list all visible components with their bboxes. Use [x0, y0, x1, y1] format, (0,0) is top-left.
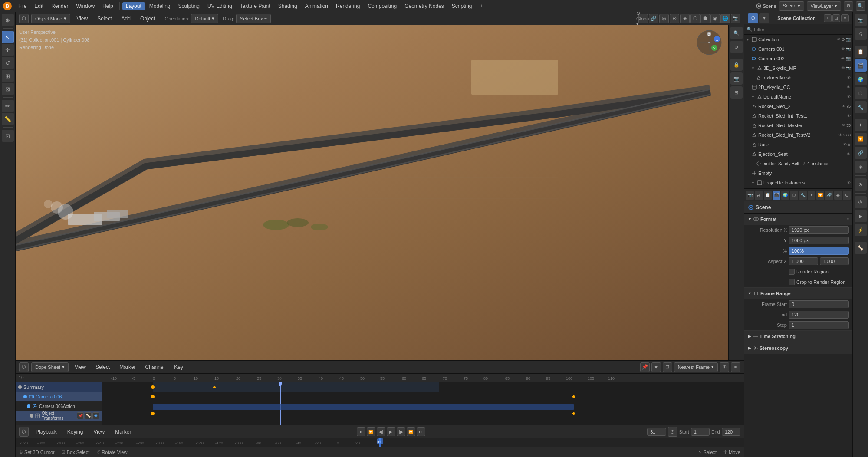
material-tab[interactable]: ⊙ [843, 191, 851, 200]
dopesheet-pin-btn[interactable]: 📌 [640, 362, 650, 372]
outliner-item-collection[interactable]: ▼ Collection 👁 ⊙ 📷 [744, 35, 852, 44]
select-box-dropdown[interactable]: Select Box ~ [236, 14, 271, 23]
workspace-texture-paint[interactable]: Texture Paint [237, 2, 274, 10]
viewport-object-menu[interactable]: Object [137, 15, 159, 23]
crop-check[interactable] [789, 279, 795, 285]
narrow-scene-icon[interactable]: 🎬 [855, 59, 867, 72]
wireframe-btn[interactable]: ⬡ [690, 14, 700, 23]
workspace-layout[interactable]: Layout [122, 2, 145, 10]
outliner-item-rockettest1[interactable]: Rocket_Sled_Int_Test1 👁 [744, 111, 852, 121]
workspace-modeling[interactable]: Modeling [146, 2, 174, 10]
texturedmesh-eye[interactable]: 👁 [847, 76, 851, 80]
dopesheet-select-menu[interactable]: Select [92, 363, 113, 371]
scale-tool[interactable]: ⊞ [2, 70, 14, 82]
channel-pin-btn[interactable]: 📌 [77, 412, 84, 419]
resolution-pct-value[interactable]: 100% [789, 247, 849, 255]
playback-view-menu[interactable]: View [90, 428, 108, 436]
2dskydio-eye[interactable]: 👁 [847, 85, 851, 89]
narrow-world-icon[interactable]: 🌍 [855, 73, 867, 85]
measure-tool[interactable]: 📏 [2, 113, 14, 125]
render-region-checkbox[interactable]: Render Region [789, 269, 829, 275]
outliner-item-rocketmaster[interactable]: Rocket_Sled_Master 👁 35 [744, 121, 852, 130]
collection-eye-icon[interactable]: 👁 [837, 37, 841, 42]
camera-view-btn[interactable]: 📷 [731, 14, 740, 23]
dopesheet-snap-btn[interactable]: ⊕ [720, 362, 729, 372]
constraints-tab[interactable]: 🔗 [825, 191, 833, 200]
narrow-output-icon[interactable]: 🖨 [855, 28, 867, 40]
view-layer-tab[interactable]: 📋 [764, 191, 772, 200]
workspace-rendering[interactable]: Rendering [332, 2, 363, 10]
outliner-item-ejection[interactable]: Ejection_Seat 👁 [744, 149, 852, 159]
defaultname-eye[interactable]: 👁 [847, 95, 851, 99]
outliner-item-camera001[interactable]: Camera.001 👁 📷 [744, 44, 852, 54]
viewlayer-selector[interactable]: ViewLayer ▾ [807, 1, 841, 11]
3dskydio-eye[interactable]: 👁 [841, 66, 845, 70]
workspace-animation[interactable]: Animation [302, 2, 332, 10]
menu-render[interactable]: Render [48, 2, 72, 10]
solid-btn[interactable]: ⬢ [700, 14, 710, 23]
collection-view-icon[interactable]: ⊙ [842, 37, 845, 42]
dopesheet-marker-menu[interactable]: Marker [116, 363, 139, 371]
narrow-particles-icon[interactable]: ✦ [855, 119, 867, 131]
narrow-drivers-icon[interactable]: ⚡ [855, 224, 867, 236]
outliner-item-rockettpv2[interactable]: Rocket_Sled_Int_TestV2 👁 2 33 [744, 130, 852, 140]
menu-file[interactable]: File [15, 2, 30, 10]
viewport-3d[interactable]: User Perspective (31) Collection.001 | C… [16, 25, 744, 360]
menu-edit[interactable]: Edit [31, 2, 47, 10]
format-section-header[interactable]: ▼ Format ≡ [744, 214, 852, 225]
dopesheet-filter-btn[interactable]: ▼ [651, 362, 661, 372]
channel-visible-btn[interactable]: 👁 [92, 412, 99, 419]
nearest-frame-selector[interactable]: Nearest Frame ▾ [674, 362, 718, 372]
narrow-modifiers-icon[interactable]: 🔧 [855, 101, 867, 113]
outliner-item-emitter[interactable]: emitter_Safety Belt_R_4_instance [744, 159, 852, 168]
object-props-tab[interactable]: ⬡ [790, 191, 798, 200]
outliner-item-empty[interactable]: Empty [744, 168, 852, 178]
render-props-tab[interactable]: 📷 [746, 191, 754, 200]
outliner-settings-btn[interactable]: ≡ [841, 14, 849, 22]
dopesheet-timeline[interactable]: -10 -5 0 5 10 15 20 25 30 35 40 45 [102, 374, 744, 425]
next-frame-btn[interactable]: ⏩ [407, 427, 415, 436]
channel-object-transforms[interactable]: Object Transforms 📌 🦴 👁 [16, 411, 102, 421]
mode-selector[interactable]: Object Mode ▾ [31, 14, 70, 23]
playback-menu[interactable]: Playback [32, 428, 60, 436]
camera001-render[interactable]: 📷 [846, 47, 851, 51]
outliner-item-texturedmesh[interactable]: texturedMesh 👁 [744, 73, 852, 82]
keying-menu[interactable]: Keying [64, 428, 87, 436]
narrow-timeline-icon[interactable]: ⏱ [855, 196, 867, 208]
viewport-select-menu[interactable]: Select [94, 15, 115, 23]
workspace-sculpting[interactable]: Sculpting [175, 2, 203, 10]
dopesheet-type-selector[interactable]: Dope Sheet ▾ [31, 362, 69, 372]
railz-eye[interactable]: 👁 [843, 142, 847, 147]
cursor-tool[interactable]: ⊕ [2, 14, 14, 26]
frame-end-input[interactable]: 120 [722, 428, 740, 436]
narrow-anim-icon[interactable]: ▶ [855, 210, 867, 222]
select-tool[interactable]: ↖ [2, 31, 14, 43]
transform-tool[interactable]: ⊠ [2, 83, 14, 95]
camera002-eye[interactable]: 👁 [841, 56, 845, 61]
current-frame-display[interactable]: 31 [647, 428, 666, 436]
snapping-btn[interactable]: 🔗 [649, 14, 658, 23]
workspace-compositing[interactable]: Compositing [364, 2, 400, 10]
viewport-add-menu[interactable]: Add [118, 15, 134, 23]
filter-btn[interactable]: ▼ [759, 13, 769, 23]
viewport-search-btn[interactable]: 🔍 [730, 27, 743, 39]
outliner-search-input[interactable] [754, 27, 850, 32]
rendered-btn[interactable]: 🌐 [720, 14, 730, 23]
channel-camera006[interactable]: Camera.006 [16, 392, 102, 401]
narrow-view-layer-icon[interactable]: 📋 [855, 46, 867, 58]
render-region-check[interactable] [789, 269, 795, 275]
aspect-x-value[interactable]: 1.000 [789, 257, 818, 265]
workspace-uv-editing[interactable]: UV Editing [204, 2, 236, 10]
playback-editor-btn[interactable]: ⬡ [19, 427, 29, 437]
workspace-scripting[interactable]: Scripting [448, 2, 476, 10]
rocketmaster-eye[interactable]: 👁 [842, 123, 845, 128]
viewport-align-btn[interactable]: ⊞ [730, 86, 743, 99]
dopesheet-options-btn[interactable]: ≡ [731, 362, 740, 372]
physics-tab[interactable]: 🔽 [816, 191, 824, 200]
format-options-icon[interactable]: ≡ [847, 217, 849, 221]
overlay-btn[interactable]: ⊙ [670, 14, 679, 23]
global-selector[interactable]: ⊕ Global ▾ [638, 14, 648, 23]
dopesheet-editor-btn[interactable]: ⬡ [19, 362, 29, 372]
outliner-item-defaultname[interactable]: ▼ DefaultName 👁 [744, 92, 852, 102]
rockettpv2-eye[interactable]: 👁 [838, 133, 842, 137]
